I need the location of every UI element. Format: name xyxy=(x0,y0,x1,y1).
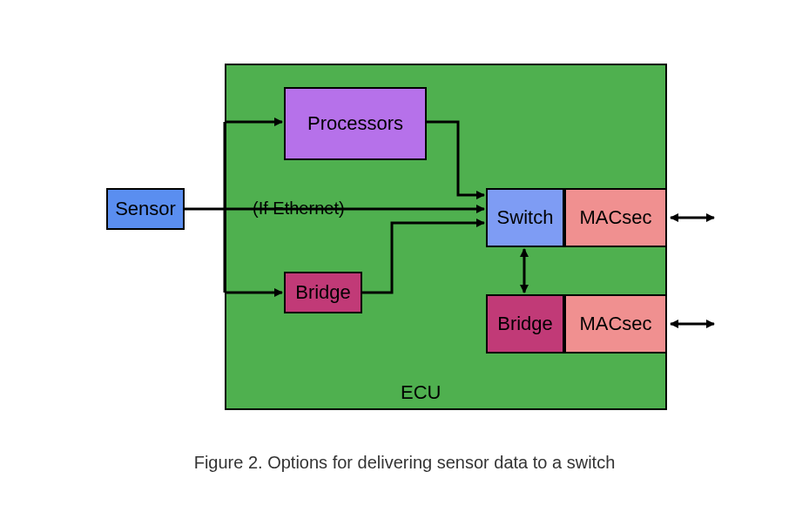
ecu-label: ECU xyxy=(401,381,441,404)
switch-node: Switch xyxy=(486,188,564,247)
sensor-node: Sensor xyxy=(106,188,185,230)
bridge1-node: Bridge xyxy=(284,272,362,313)
diagram-canvas: ECU Sensor Processors Bridge Switch MACs… xyxy=(0,0,809,532)
bridge2-node: Bridge xyxy=(486,294,564,354)
macsec2-node: MACsec xyxy=(564,294,667,354)
processors-node: Processors xyxy=(284,87,427,160)
if-ethernet-label: (If Ethernet) xyxy=(253,199,345,219)
figure-caption: Figure 2. Options for delivering sensor … xyxy=(0,453,809,473)
macsec1-node: MACsec xyxy=(564,188,667,247)
